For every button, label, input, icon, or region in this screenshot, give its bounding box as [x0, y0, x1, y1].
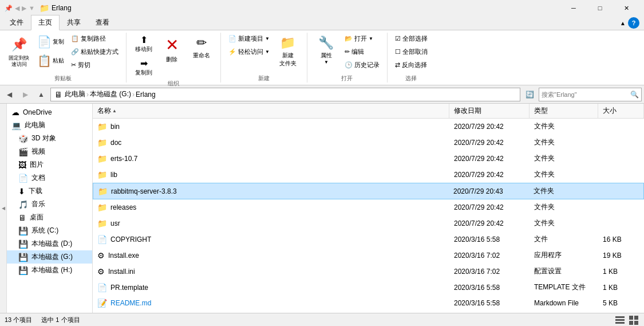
sidebar-item-desktop[interactable]: 🖥 桌面 — [7, 211, 92, 224]
file-row[interactable]: 📁lib 2020/7/29 20:42 文件夹 — [93, 167, 644, 183]
sidebar-collapse-handle[interactable]: ◀ — [0, 104, 7, 313]
file-cell-name: 📁doc — [93, 136, 449, 148]
tab-home[interactable]: 主页 — [31, 15, 60, 30]
sidebar-item-disk-d[interactable]: 💾 本地磁盘 (D:) — [7, 237, 92, 250]
history-button[interactable]: 🕒 历史记录 — [342, 59, 382, 71]
refresh-button[interactable]: 🔄 — [523, 88, 536, 101]
file-cell-date: 2020/7/29 20:42 — [449, 217, 530, 229]
quick-access-forward[interactable]: ▶ — [22, 5, 26, 12]
col-header-date[interactable]: 修改日期 — [449, 104, 530, 118]
new-item-button[interactable]: 📄 新建项目 ▼ — [226, 33, 272, 45]
path-erlang[interactable]: Erlang — [136, 91, 156, 99]
up-button[interactable]: ▲ — [34, 88, 48, 101]
file-row[interactable]: 📄COPYRIGHT 2020/3/16 5:58 文件 16 KB — [93, 231, 644, 248]
3dobjects-icon: 🎲 — [18, 134, 28, 143]
svg-rect-1 — [615, 319, 625, 321]
file-row[interactable]: 📄PR.template 2020/3/16 5:58 TEMPLATE 文件 … — [93, 280, 644, 296]
select-all-button[interactable]: ☑ 全部选择 — [392, 33, 430, 45]
col-header-size[interactable]: 大小 — [598, 104, 644, 118]
music-icon: 🎵 — [18, 200, 28, 209]
file-cell-name: ⚙Install.exe — [93, 249, 449, 261]
select-items: ☑ 全部选择 ☐ 全部取消 ⇄ 反向选择 — [392, 33, 430, 73]
quick-access-pin[interactable]: 📌 — [5, 5, 13, 12]
select-none-button[interactable]: ☐ 全部取消 — [392, 46, 430, 58]
file-cell-date: 2020/7/29 20:42 — [449, 168, 530, 180]
search-input[interactable] — [542, 91, 628, 98]
file-cell-name: 📝README.md — [93, 297, 449, 309]
cut-button[interactable]: ✂ 剪切 — [68, 59, 121, 71]
file-row[interactable]: 📁bin 2020/7/29 20:42 文件夹 — [93, 119, 644, 135]
move-to-button[interactable]: ⬆ 移动到 — [131, 33, 156, 55]
title-bar: 📌 ◀ ▶ ▼ 📁 Erlang ─ □ ✕ — [0, 0, 644, 16]
disk-d-icon: 💾 — [18, 239, 28, 249]
tab-share[interactable]: 共享 — [60, 15, 88, 30]
open-group-label: 打开 — [341, 74, 353, 83]
copy-path-button[interactable]: 📋 复制路径 — [68, 33, 121, 45]
sidebar-item-disk-h[interactable]: 💾 本地磁盘 (H:) — [7, 264, 92, 277]
quick-access-down[interactable]: ▼ — [29, 5, 35, 11]
copy-to-button[interactable]: ➡ 复制到 — [131, 56, 156, 78]
sidebar-item-downloads[interactable]: ⬇ 下载 — [7, 184, 92, 198]
sidebar-item-onedrive[interactable]: ☁ OneDrive — [7, 106, 92, 119]
file-row[interactable]: 📁releases 2020/7/29 20:42 文件夹 — [93, 199, 644, 215]
sidebar-item-pictures[interactable]: 🖼 图片 — [7, 158, 92, 171]
forward-button[interactable]: ▶ — [18, 88, 32, 101]
copy-button[interactable]: 📄 复制 — [34, 33, 67, 51]
new-folder-button[interactable]: 📁 新建文件夹 — [274, 33, 302, 70]
maximize-button[interactable]: □ — [587, 0, 613, 16]
close-button[interactable]: ✕ — [613, 0, 639, 16]
downloads-icon: ⬇ — [18, 187, 25, 196]
file-row[interactable]: ⚙Uninstall.exe 2020/7/29 20:42 应用程序 37 K… — [93, 311, 644, 313]
sidebar-item-disk-g[interactable]: 💾 本地磁盘 (G:) — [7, 250, 92, 264]
thispc-icon: 💻 — [11, 121, 21, 130]
file-row-selected[interactable]: 📁rabbitmq-server-3.8.3 2020/7/29 20:43 文… — [93, 183, 644, 199]
details-view-button[interactable] — [614, 315, 626, 326]
file-row[interactable]: 📁usr 2020/7/29 20:42 文件夹 — [93, 215, 644, 231]
ribbon-collapse-btn[interactable]: ▲ — [620, 20, 626, 26]
file-row[interactable]: 📁erts-10.7 2020/7/29 20:42 文件夹 — [93, 151, 644, 167]
file-row[interactable]: 📁doc 2020/7/29 20:42 文件夹 — [93, 135, 644, 151]
back-button[interactable]: ◀ — [2, 88, 16, 101]
path-thispc[interactable]: 此电脑 — [65, 89, 85, 99]
rename-button[interactable]: ✏ 重命名 — [187, 33, 216, 62]
search-box: 🔍 — [539, 88, 642, 101]
address-path[interactable]: 🖥 此电脑 › 本地磁盘 (G:) › Erlang — [50, 88, 520, 101]
copy-to-icon: ➡ — [135, 58, 152, 69]
file-cell-name: 📄COPYRIGHT — [93, 233, 449, 245]
path-disk-g[interactable]: 本地磁盘 (G:) — [90, 89, 131, 99]
sidebar-item-documents[interactable]: 📄 文档 — [7, 171, 92, 184]
file-cell-date: 2020/7/29 20:42 — [449, 136, 530, 148]
sidebar-item-music[interactable]: 🎵 音乐 — [7, 198, 92, 211]
file-row[interactable]: ⚙Install.exe 2020/3/16 7:02 应用程序 19 KB — [93, 248, 644, 264]
tab-file[interactable]: 文件 — [2, 15, 31, 30]
pin-to-quick-access-button[interactable]: 📌 固定到快速访问 — [5, 33, 33, 70]
properties-button[interactable]: 🔧 属性 ▼ — [312, 33, 341, 68]
sidebar-item-thispc[interactable]: 💻 此电脑 — [7, 119, 92, 132]
file-cell-size: 1 KB — [598, 281, 644, 293]
col-header-name[interactable]: 名称 ▲ — [93, 104, 449, 118]
rename-icon: ✏ — [196, 36, 207, 50]
minimize-button[interactable]: ─ — [560, 0, 587, 16]
help-button[interactable]: ? — [628, 17, 639, 29]
sidebar-item-3dobjects[interactable]: 🎲 3D 对象 — [7, 132, 92, 145]
sidebar-item-disk-c[interactable]: 💾 系统 (C:) — [7, 224, 92, 237]
tab-view[interactable]: 查看 — [88, 15, 117, 30]
file-cell-type: 文件 — [530, 233, 598, 245]
delete-button[interactable]: ✕ 删除 — [157, 33, 186, 66]
invert-select-button[interactable]: ⇄ 反向选择 — [392, 59, 430, 71]
paste-shortcut-icon: 🔗 — [71, 48, 79, 56]
selected-count: 选中 1 个项目 — [41, 316, 80, 324]
file-row[interactable]: 📝README.md 2020/3/16 5:58 Markdown File … — [93, 296, 644, 311]
col-header-type[interactable]: 类型 — [530, 104, 598, 118]
file-row[interactable]: ⚙Install.ini 2020/3/16 7:02 配置设置 1 KB — [93, 264, 644, 280]
paste-shortcut-button[interactable]: 🔗 粘贴快捷方式 — [68, 46, 121, 58]
large-icon-view-button[interactable] — [628, 315, 639, 326]
sidebar-item-videos[interactable]: 🎬 视频 — [7, 145, 92, 158]
file-cell-date: 2020/3/16 5:58 — [449, 281, 530, 293]
paste-button[interactable]: 📋 粘贴 — [34, 52, 67, 70]
open-button[interactable]: 📂 打开 ▼ — [342, 33, 382, 45]
file-cell-type: 文件夹 — [529, 185, 598, 197]
edit-button[interactable]: ✏ 编辑 — [342, 46, 382, 58]
quick-access-back[interactable]: ◀ — [15, 5, 19, 12]
easy-access-button[interactable]: ⚡ 轻松访问 ▼ — [226, 46, 272, 58]
